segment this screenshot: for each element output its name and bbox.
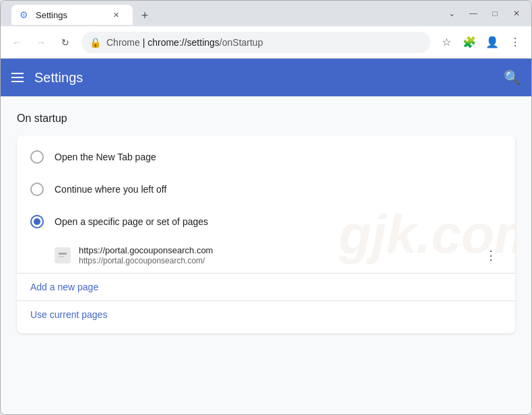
minimize-button[interactable]: — bbox=[464, 4, 483, 23]
svg-rect-0 bbox=[57, 250, 68, 261]
radio-continue[interactable] bbox=[30, 183, 44, 196]
radio-specific-pages[interactable] bbox=[30, 215, 44, 228]
settings-search-icon[interactable]: 🔍 bbox=[504, 69, 521, 86]
option-new-tab[interactable]: Open the New Tab page bbox=[17, 141, 515, 173]
radio-new-tab[interactable] bbox=[30, 150, 44, 164]
startup-page-url-main: https://portal.gocouponsearch.com bbox=[79, 245, 472, 255]
tabs-bar: ⚙ Settings ✕ + bbox=[6, 2, 160, 25]
lock-icon: 🔒 bbox=[90, 37, 101, 48]
hamburger-menu-button[interactable] bbox=[11, 73, 24, 82]
settings-tab-favicon: ⚙ bbox=[20, 9, 30, 20]
title-bar: ⚙ Settings ✕ + ⌄ — □ ✕ bbox=[1, 1, 531, 26]
page-content: On startup gjk.com Open the New Tab page… bbox=[1, 96, 531, 414]
chevron-down-btn[interactable]: ⌄ bbox=[442, 4, 461, 23]
settings-tab-close[interactable]: ✕ bbox=[110, 9, 122, 21]
startup-page-info: https://portal.gocouponsearch.com https:… bbox=[79, 245, 472, 265]
svg-rect-2 bbox=[59, 256, 64, 257]
radio-inner-dot bbox=[34, 218, 40, 225]
extensions-button[interactable]: 🧩 bbox=[459, 32, 480, 53]
option-specific-pages[interactable]: Open a specific page or set of pages bbox=[17, 205, 515, 238]
page-favicon bbox=[55, 247, 71, 263]
window-controls: ⌄ — □ ✕ bbox=[442, 1, 526, 26]
option-specific-pages-label: Open a specific page or set of pages bbox=[55, 216, 208, 227]
hamburger-line-2 bbox=[11, 77, 24, 78]
url-bold: settings bbox=[187, 37, 220, 48]
startup-page-entry: https://portal.gocouponsearch.com https:… bbox=[17, 238, 515, 273]
url-suffix: /onStartup bbox=[220, 37, 263, 48]
startup-page-more-button[interactable]: ⋮ bbox=[480, 245, 502, 266]
option-continue[interactable]: Continue where you left off bbox=[17, 173, 515, 205]
use-current-pages-button[interactable]: Use current pages bbox=[17, 301, 121, 328]
address-bar[interactable]: 🔒 Chrome | chrome://settings/onStartup bbox=[81, 32, 430, 53]
settings-tab-title: Settings bbox=[36, 10, 104, 20]
account-button[interactable]: 👤 bbox=[481, 32, 503, 53]
option-continue-label: Continue where you left off bbox=[55, 184, 166, 195]
settings-header: Settings 🔍 bbox=[1, 59, 531, 96]
option-new-tab-label: Open the New Tab page bbox=[55, 152, 156, 162]
back-button[interactable]: ← bbox=[6, 32, 28, 53]
toolbar-icons: ☆ 🧩 👤 ⋮ bbox=[436, 32, 526, 53]
new-tab-button[interactable]: + bbox=[135, 6, 154, 25]
svg-rect-1 bbox=[59, 253, 67, 255]
section-title: On startup bbox=[17, 113, 515, 125]
address-bar-row: ← → ↻ 🔒 Chrome | chrome://settings/onSta… bbox=[1, 26, 531, 59]
options-card: gjk.com Open the New Tab page Continue w… bbox=[17, 135, 515, 333]
bookmark-star-button[interactable]: ☆ bbox=[436, 32, 457, 53]
settings-page-title: Settings bbox=[34, 70, 493, 86]
chrome-label: Chrome bbox=[106, 37, 140, 48]
menu-button[interactable]: ⋮ bbox=[504, 32, 526, 53]
browser-window: ⚙ Settings ✕ + ⌄ — □ ✕ ← → ↻ 🔒 Chrome | … bbox=[0, 0, 532, 415]
maximize-button[interactable]: □ bbox=[486, 4, 504, 23]
close-button[interactable]: ✕ bbox=[507, 4, 526, 23]
reload-button[interactable]: ↻ bbox=[55, 32, 76, 53]
hamburger-line-1 bbox=[11, 73, 24, 74]
startup-page-url-sub: https://portal.gocouponsearch.com/ bbox=[79, 256, 472, 265]
tab-settings[interactable]: ⚙ Settings ✕ bbox=[11, 5, 133, 25]
forward-button[interactable]: → bbox=[30, 32, 52, 53]
hamburger-line-3 bbox=[11, 81, 24, 82]
url-prefix: chrome:// bbox=[147, 37, 187, 48]
add-new-page-button[interactable]: Add a new page bbox=[17, 274, 112, 300]
address-text: Chrome | chrome://settings/onStartup bbox=[106, 37, 422, 48]
coupon-icon bbox=[57, 250, 68, 261]
